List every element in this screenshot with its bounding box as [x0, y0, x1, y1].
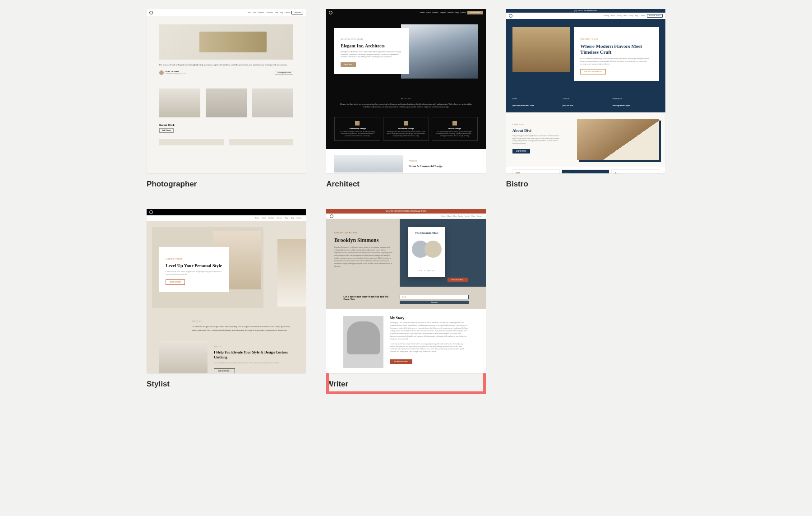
email-input	[400, 295, 468, 299]
site-header: LandingAboutGalleryMenuShopBlogContact B…	[506, 13, 665, 19]
lower-body: From workshops to curated wardrobes, it'…	[214, 362, 293, 365]
lower-title: I Help You Elevate Your Style & Design C…	[214, 350, 293, 360]
service-icon	[404, 121, 408, 126]
template-thumbnail: (555) 123-4567 FOR RESERVATIONS LandingA…	[506, 9, 665, 173]
hero-button: MAKE A RESERVATION	[580, 69, 605, 74]
hero-button: BOOK SESSION	[166, 279, 185, 285]
hero-title: Level Up Your Personal Style	[166, 263, 223, 268]
logo-icon	[509, 14, 512, 18]
about-eyebrow: ABOUT US	[401, 98, 411, 100]
signup-title: Get a Free Short Story When You Join My …	[343, 295, 393, 301]
about-eyebrow: A BRIEF INTRO	[512, 124, 524, 126]
recent-button: Full Gallery	[159, 128, 174, 133]
story-image	[343, 316, 383, 368]
hero-eyebrow: WELCOME TO DIVI	[580, 38, 598, 40]
template-thumbnail: HomeAboutPortfolioServicesShopBlogContac…	[147, 209, 306, 373]
template-card-bistro[interactable]: (555) 123-4567 FOR RESERVATIONS LandingA…	[506, 9, 665, 189]
story-button: MORE ABOUT ME	[390, 359, 412, 364]
site-nav: LandingAboutGalleryMenuShopBlogContact	[603, 15, 645, 17]
logo-icon	[149, 11, 153, 14]
service-icon	[355, 121, 360, 126]
byline-sub: Professional Photographer in NY, US	[166, 73, 186, 74]
template-thumbnail: HomeAboutPortfolioProjectsServicesBlogCo…	[326, 9, 485, 173]
logo-icon	[330, 214, 333, 218]
byline-button: On Photography Portfolio	[275, 71, 293, 74]
template-title: Photographer	[147, 180, 306, 189]
bottom-title: Urban & Commercial Design	[409, 165, 443, 167]
hero-body: At Divi, we blend contemporary cuisine w…	[580, 58, 653, 65]
about-image	[577, 119, 659, 160]
hero-text: I'm obsessed with telling stories throug…	[159, 63, 293, 67]
book-art	[412, 237, 442, 262]
template-title: Stylist	[147, 380, 306, 389]
header-cta: Contact Me	[291, 11, 303, 14]
site-header	[147, 209, 306, 215]
book-title: The Monarch Effect	[412, 232, 442, 234]
services-row: Commercial DesignOur commercial design s…	[326, 114, 485, 149]
about-eyebrow: ABOUT ME	[192, 321, 202, 322]
service-icon	[452, 121, 457, 126]
avatar	[159, 70, 164, 75]
about-body: I'm a fashion designer who is passionate…	[192, 325, 293, 332]
site-header: HomeAboutPortfolioProjectsServicesBlogCo…	[326, 9, 485, 16]
template-thumbnail: GET A FREE EBOOK OF MYSTERIES & MEMOIRS …	[326, 209, 485, 373]
about-title: About Divi	[512, 128, 563, 133]
site-header: HomeAboutPortfolioCollectionsShopBlogCon…	[147, 9, 306, 16]
book-author: B.S. SIMMONS	[419, 270, 435, 272]
hero-image	[159, 24, 293, 60]
about-button: LEARN MORE	[512, 149, 530, 153]
signup-section: Get a Free Short Story When You Join My …	[326, 287, 485, 309]
lower-eyebrow: WHAT I DO	[214, 346, 222, 348]
hero-body: At Elegant Inc Architects, we are dedica…	[341, 51, 402, 59]
template-card-stylist[interactable]: HomeAboutPortfolioServicesShopBlogContac…	[147, 209, 306, 389]
hero-image-secondary	[277, 239, 306, 307]
bottom-images	[159, 139, 293, 145]
site-nav: HomeAboutBlogBooksEventsShopContact	[441, 215, 482, 217]
topbar: (555) 123-4567 FOR RESERVATIONS	[506, 9, 665, 13]
hero-title: Brooklyn Simmons	[334, 237, 393, 244]
story-body: Growing up, I was always fascinated by t…	[390, 322, 469, 341]
site-nav: HomeAboutPortfolioProjectsServicesBlogCo…	[420, 12, 466, 14]
book-cover: The Monarch Effect B.S. SIMMONS	[408, 227, 445, 277]
hero-title: Elegant Inc. Architects	[341, 43, 402, 48]
template-card-photographer[interactable]: HomeAboutPortfolioCollectionsShopBlogCon…	[147, 9, 306, 189]
template-thumbnail: HomeAboutPortfolioCollectionsShopBlogCon…	[147, 9, 306, 173]
hero-eyebrow: BEST SELLING AUTHOR	[334, 232, 357, 234]
hero-image	[512, 27, 570, 72]
about-body: Elegant Inc. Architects is a premium des…	[339, 103, 473, 109]
story-body-2: I wrote my novel from a story I loved to…	[390, 343, 469, 354]
template-card-writer[interactable]: GET A FREE EBOOK OF MYSTERIES & MEMOIRS …	[326, 209, 485, 389]
tile-icon: *	[614, 172, 619, 173]
hero-image	[401, 24, 478, 79]
lower-button: OUR SERVICES →	[214, 368, 235, 373]
recent-heading: Recent Work	[159, 124, 293, 126]
subscribe-button: Subscribe	[400, 301, 468, 304]
site-header: HomeAboutBlogBooksEventsShopContact	[326, 214, 485, 219]
header-cta: BOOK A TABLE	[647, 14, 663, 18]
topbar: GET A FREE EBOOK OF MYSTERIES & MEMOIRS …	[326, 209, 485, 214]
site-nav: HomeAboutPortfolioCollectionsShopBlogCon…	[247, 12, 290, 14]
story-title: My Story	[390, 316, 469, 320]
feature-tiles: Food ReimaginedClassic dishes reimagined…	[506, 167, 665, 173]
tile-icon	[516, 172, 520, 173]
hero-eyebrow: FASHION STYLIST	[166, 258, 182, 260]
tile-icon	[565, 172, 569, 173]
site-nav: HomeAboutPortfolioServicesShopBlogContac…	[147, 215, 306, 221]
header-cta: Start a Project	[467, 11, 483, 14]
logo-icon	[329, 11, 332, 14]
hero-body: Brooklyn Simmons is a celebrated author …	[334, 246, 393, 268]
template-card-architect[interactable]: HomeAboutPortfolioProjectsServicesBlogCo…	[326, 9, 485, 189]
template-grid: HomeAboutPortfolioCollectionsShopBlogCon…	[147, 9, 665, 389]
bottom-eyebrow: PROJECTS	[409, 160, 417, 162]
hero-eyebrow: WELCOME TO ELEGANT	[341, 38, 363, 40]
lower-image	[159, 341, 208, 373]
buy-button: Buy Online Now	[448, 278, 468, 282]
hero-button: Learn More	[341, 62, 356, 67]
about-body: Our journey goes from neighborhood favor…	[512, 135, 563, 145]
info-bar: HOURSOpen Daily From 8am - 10pm LOCATION…	[506, 94, 665, 112]
bottom-image	[334, 155, 403, 172]
template-title: Architect	[326, 180, 485, 189]
template-title: Writer	[326, 380, 485, 389]
logo-icon	[149, 210, 153, 214]
hero-body: From the runway to the streets, my appro…	[166, 271, 223, 276]
